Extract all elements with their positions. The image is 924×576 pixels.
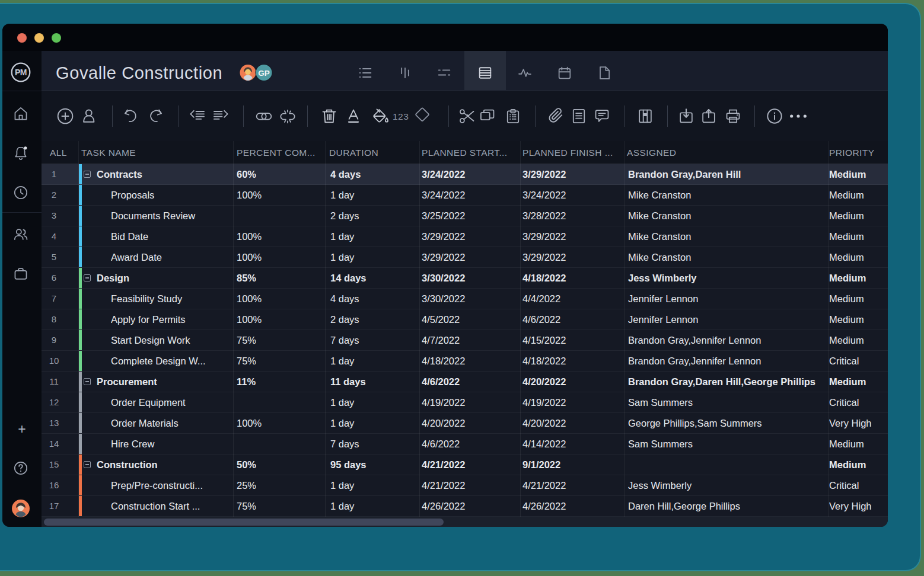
svg-text:PM: PM (15, 68, 27, 77)
svg-text:GP: GP (258, 69, 270, 78)
